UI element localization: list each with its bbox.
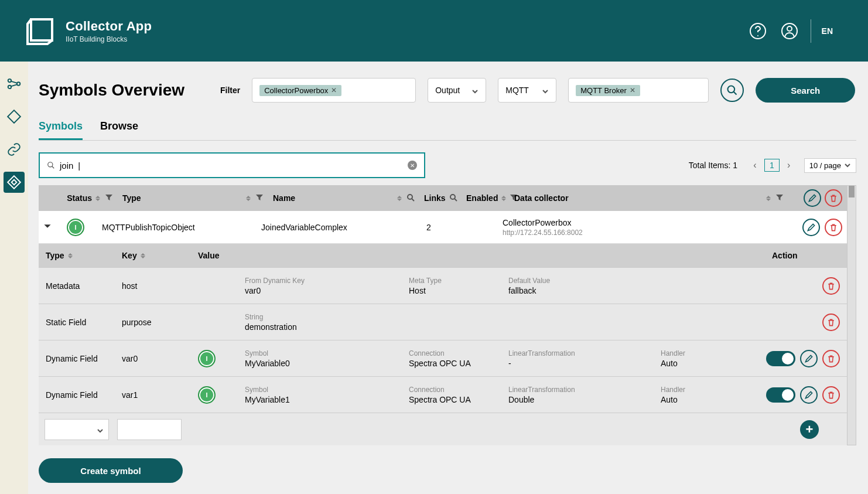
filter-broker[interactable]: MQTT Broker✕ bbox=[568, 78, 709, 103]
sidebar-item-symbols[interactable] bbox=[4, 172, 25, 193]
main-content: Symbols Overview Filter CollectorPowerbo… bbox=[28, 62, 868, 494]
enabled-toggle[interactable] bbox=[766, 351, 795, 366]
col-enabled: Enabled bbox=[466, 193, 498, 203]
page-number[interactable]: 1 bbox=[764, 159, 780, 172]
app-title: Collector App bbox=[66, 19, 152, 34]
delete-button[interactable] bbox=[825, 219, 842, 236]
scrollbar[interactable] bbox=[847, 185, 856, 445]
delete-all-button[interactable] bbox=[825, 189, 842, 207]
next-page-button[interactable]: › bbox=[783, 159, 795, 171]
svg-point-8 bbox=[48, 162, 53, 167]
user-icon[interactable] bbox=[779, 21, 800, 42]
search-button[interactable]: Search bbox=[756, 78, 855, 103]
language-selector[interactable]: EN bbox=[822, 26, 833, 36]
subtable-header: Type Key Value Action bbox=[39, 244, 847, 267]
help-icon[interactable] bbox=[747, 21, 768, 42]
sort-icon[interactable] bbox=[68, 251, 74, 260]
sidebar-item-links[interactable] bbox=[4, 139, 25, 160]
search-icon[interactable] bbox=[449, 193, 457, 203]
total-items: Total Items: 1 bbox=[689, 161, 737, 170]
filter-icon[interactable] bbox=[105, 193, 113, 203]
row-name: JoinedVariableComplex bbox=[257, 223, 408, 232]
chevron-down-icon bbox=[542, 87, 549, 94]
svg-point-3 bbox=[787, 26, 792, 31]
row-collector-url: http://172.24.55.166:8002 bbox=[503, 229, 784, 237]
clear-search-icon[interactable]: ✕ bbox=[408, 161, 417, 170]
header-divider bbox=[811, 19, 811, 43]
per-page-select[interactable]: 10 / page bbox=[804, 158, 856, 173]
subtable-row: Static Field purpose Stringdemonstration bbox=[39, 304, 847, 340]
enabled-toggle[interactable] bbox=[766, 387, 795, 403]
delete-button[interactable] bbox=[822, 350, 840, 367]
app-header: Collector App IIoT Building Blocks EN bbox=[0, 0, 868, 62]
table-row: I MQTTPublishTopicObject JoinedVariableC… bbox=[39, 211, 847, 244]
symbol-search-input[interactable]: join| ✕ bbox=[39, 152, 425, 178]
sort-icon[interactable] bbox=[766, 194, 772, 202]
chevron-down-icon bbox=[844, 162, 851, 169]
tabs: Symbols Browse bbox=[39, 120, 856, 141]
sort-icon[interactable] bbox=[95, 194, 101, 202]
edit-button[interactable] bbox=[800, 350, 818, 367]
sort-icon[interactable] bbox=[141, 251, 146, 260]
status-indicator: I bbox=[67, 219, 84, 236]
edit-all-button[interactable] bbox=[804, 189, 821, 207]
create-symbol-button[interactable]: Create symbol bbox=[39, 458, 183, 483]
filter-icon[interactable] bbox=[255, 193, 264, 203]
chevron-down-icon bbox=[471, 87, 479, 94]
sort-icon[interactable] bbox=[501, 194, 506, 202]
col-name: Name bbox=[273, 193, 295, 203]
col-links: Links bbox=[424, 193, 446, 203]
sidebar-item-tags[interactable] bbox=[4, 106, 25, 127]
add-type-select[interactable] bbox=[45, 419, 109, 440]
filter-direction-select[interactable]: Output bbox=[428, 78, 486, 103]
status-indicator: I bbox=[198, 386, 216, 404]
sort-icon[interactable] bbox=[397, 194, 403, 202]
sidebar-item-connections[interactable] bbox=[4, 73, 25, 94]
logo-icon bbox=[26, 15, 57, 47]
add-button[interactable]: + bbox=[800, 420, 819, 439]
tab-symbols[interactable]: Symbols bbox=[39, 120, 83, 140]
search-icon[interactable] bbox=[406, 193, 415, 203]
remove-tag-icon[interactable]: ✕ bbox=[630, 86, 635, 94]
page-title: Symbols Overview bbox=[39, 81, 185, 100]
col-collector: Data collector bbox=[514, 193, 569, 203]
chevron-down-icon bbox=[97, 426, 104, 433]
expand-icon[interactable] bbox=[43, 223, 52, 232]
svg-point-10 bbox=[450, 195, 455, 199]
logo: Collector App IIoT Building Blocks bbox=[26, 15, 152, 47]
filter-search-icon-button[interactable] bbox=[720, 79, 744, 102]
svg-point-1 bbox=[757, 35, 758, 36]
sort-icon[interactable] bbox=[246, 194, 252, 202]
table-header: Status Type Name Links Enabled Data coll… bbox=[39, 185, 847, 211]
edit-button[interactable] bbox=[802, 219, 820, 236]
edit-button[interactable] bbox=[800, 386, 818, 404]
add-key-input[interactable] bbox=[117, 419, 182, 440]
subtable-row: Metadata host From Dynamic Keyvar0Meta T… bbox=[39, 267, 847, 304]
delete-button[interactable] bbox=[822, 314, 840, 331]
delete-button[interactable] bbox=[822, 386, 840, 404]
pagination: ‹ 1 › 10 / page bbox=[749, 158, 856, 173]
tab-browse[interactable]: Browse bbox=[100, 120, 138, 140]
sidebar bbox=[0, 62, 28, 494]
search-icon bbox=[47, 161, 55, 169]
filter-protocol-select[interactable]: MQTT bbox=[498, 78, 556, 103]
svg-point-9 bbox=[408, 195, 412, 199]
filter-collector[interactable]: CollectorPowerbox✕ bbox=[252, 78, 416, 103]
delete-button[interactable] bbox=[822, 277, 840, 295]
status-indicator: I bbox=[198, 350, 216, 367]
add-row: + bbox=[39, 413, 847, 445]
subtable-row: Dynamic Field var1 ISymbolMyVariable1Con… bbox=[39, 376, 847, 413]
subtable-row: Dynamic Field var0 ISymbolMyVariable0Con… bbox=[39, 340, 847, 376]
filter-broker-tag: MQTT Broker✕ bbox=[576, 85, 640, 96]
prev-page-button[interactable]: ‹ bbox=[749, 159, 761, 171]
col-type: Type bbox=[122, 193, 141, 203]
row-collector: CollectorPowerbox bbox=[503, 218, 784, 227]
col-status: Status bbox=[67, 193, 92, 203]
svg-point-5 bbox=[8, 86, 11, 88]
svg-point-6 bbox=[17, 82, 20, 85]
remove-tag-icon[interactable]: ✕ bbox=[331, 86, 337, 94]
row-type: MQTTPublishTopicObject bbox=[97, 223, 257, 232]
filter-icon[interactable] bbox=[775, 193, 784, 203]
symbols-table: Status Type Name Links Enabled Data coll… bbox=[39, 185, 847, 445]
filter-label: Filter bbox=[220, 86, 240, 95]
